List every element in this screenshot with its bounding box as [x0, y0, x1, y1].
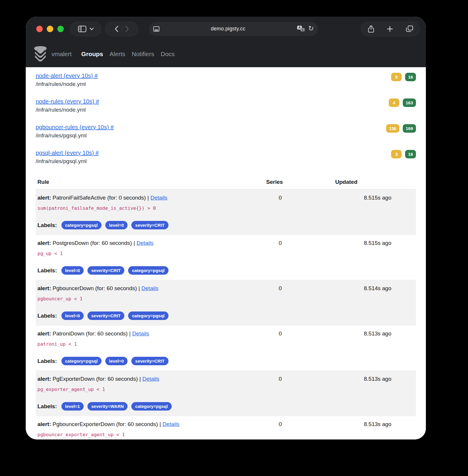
rule-expression: pgbouncer_up < 1: [37, 296, 248, 302]
warning-count-badge: 4: [389, 98, 399, 107]
group-file-path: /infra/rules/pgsql.yml: [36, 132, 114, 139]
new-tab-icon[interactable]: [387, 26, 393, 32]
warning-count-badge: 136: [386, 124, 399, 133]
label-pill: category=pgsql: [131, 402, 171, 411]
updated-ago: 8.515s ago: [312, 194, 414, 229]
details-link[interactable]: Details: [162, 421, 179, 427]
rule-expression: patroni_up < 1: [37, 341, 248, 347]
table-row: alert: PostgresDown (for: 60 seconds) | …: [36, 235, 416, 280]
rule-group: pgbouncer-rules (every 10s) # /infra/rul…: [36, 124, 416, 139]
series-count: 0: [248, 375, 312, 411]
url-text[interactable]: demo.pigsty.cc: [160, 26, 297, 32]
rule-group: node-alert (every 10s) # /infra/rules/no…: [36, 72, 416, 87]
updated-ago: 8.514s ago: [312, 285, 414, 320]
browser-toolbar: demo.pigsty.cc A x ↻: [26, 17, 426, 41]
group-link[interactable]: pgsql-alert (every 10s) #: [36, 150, 99, 156]
browser-window: demo.pigsty.cc A x ↻: [26, 17, 426, 439]
alert-keyword: alert:: [37, 421, 51, 427]
series-count: 0: [248, 285, 312, 320]
details-link[interactable]: Details: [137, 240, 154, 246]
labels-row: Labels: category=pgsqllevel=0severity=CR…: [37, 221, 248, 229]
warning-count-badge: 5: [391, 73, 402, 81]
rule-group: pgsql-alert (every 10s) # /infra/rules/p…: [36, 150, 416, 165]
zoom-window-button[interactable]: [57, 26, 64, 32]
label-pill: category=pgsql: [128, 311, 168, 320]
series-count: 0: [248, 420, 312, 437]
alert-name: PostgresDown (for: 60 seconds) |: [53, 240, 135, 246]
chevron-down-icon: [90, 27, 94, 30]
label-pill: category=pgsql: [61, 221, 101, 229]
table-row: alert: PgExporterDown (for: 60 seconds) …: [36, 371, 416, 416]
tab-overview-icon[interactable]: [406, 25, 413, 32]
table-row: alert: PgbouncerDown (for: 60 seconds) |…: [36, 280, 416, 326]
forward-button[interactable]: [125, 25, 129, 32]
header-updated: Updated: [331, 179, 414, 185]
address-bar[interactable]: demo.pigsty.cc A x ↻: [149, 22, 318, 36]
victoriametrics-logo-icon[interactable]: [33, 46, 47, 62]
series-count: 0: [248, 194, 312, 229]
series-count: 0: [248, 239, 312, 275]
alert-title: alert: PatroniDown (for: 60 seconds) | D…: [37, 330, 248, 337]
share-icon[interactable]: [368, 25, 374, 33]
app-brand: vmalert: [51, 51, 72, 58]
label-pill: category=pgsql: [128, 266, 168, 275]
divider: [122, 25, 122, 33]
details-link[interactable]: Details: [150, 195, 167, 201]
nav-item-alerts[interactable]: Alerts: [110, 51, 125, 58]
nav-item-groups[interactable]: Groups: [81, 51, 103, 58]
nav-item-docs[interactable]: Docs: [161, 51, 175, 58]
labels-row: Labels: level=1severity=WARNcategory=pgs…: [37, 402, 248, 411]
alert-title: alert: PgExporterDown (for: 60 seconds) …: [37, 375, 248, 383]
label-pill: level=0: [61, 311, 84, 320]
warning-count-badge: 3: [391, 150, 402, 158]
nav-item-notifiers[interactable]: Notifiers: [132, 51, 154, 58]
table-row: alert: PatroniFailSafeActive (for: 0 sec…: [36, 190, 416, 235]
rule-group: node-rules (every 10s) # /infra/rules/no…: [36, 98, 416, 113]
header-series: Series: [266, 179, 331, 185]
details-link[interactable]: Details: [142, 285, 159, 291]
alert-name: PgbouncerDown (for: 60 seconds) |: [53, 285, 140, 291]
label-pill: severity=CRIT: [131, 221, 168, 229]
alert-name: PatroniDown (for: 60 seconds) |: [53, 330, 131, 337]
alert-keyword: alert:: [37, 195, 51, 201]
labels-caption: Labels:: [37, 313, 57, 319]
updated-ago: 8.513s ago: [312, 375, 414, 411]
alert-title: alert: PgbouncerDown (for: 60 seconds) |…: [37, 285, 248, 292]
rule-groups-list: node-alert (every 10s) # /infra/rules/no…: [36, 72, 416, 165]
alert-title: alert: PostgresDown (for: 60 seconds) | …: [37, 239, 248, 247]
group-badges: 136 169: [386, 124, 416, 133]
group-file-path: /infra/rules/node.yml: [36, 81, 98, 87]
group-file-path: /infra/rules/node.yml: [36, 107, 99, 113]
back-button[interactable]: [114, 25, 119, 32]
ok-count-badge: 16: [405, 150, 416, 158]
ok-count-badge: 169: [403, 124, 416, 133]
reload-icon[interactable]: ↻: [308, 25, 314, 32]
updated-ago: 8.515s ago: [312, 239, 414, 275]
sidebar-toggle-button[interactable]: [70, 22, 101, 36]
group-link[interactable]: node-alert (every 10s) #: [36, 72, 98, 79]
close-window-button[interactable]: [36, 26, 43, 32]
details-link[interactable]: Details: [142, 376, 159, 382]
group-badges: 5 16: [391, 72, 416, 81]
label-pill: severity=WARN: [87, 402, 128, 411]
rule-expression: pgbouncer_exporter_agent_up < 1: [37, 432, 248, 437]
label-pill: severity=CRIT: [87, 311, 124, 320]
table-row: alert: PatroniDown (for: 60 seconds) | D…: [36, 326, 416, 371]
group-link[interactable]: pgbouncer-rules (every 10s) #: [36, 124, 114, 131]
alert-title: alert: PgbouncerExporterDown (for: 60 se…: [37, 420, 248, 428]
sidebar-icon: [78, 25, 87, 32]
alert-name: PgExporterDown (for: 60 seconds) |: [53, 376, 141, 382]
labels-row: Labels: level=0severity=CRITcategory=pgs…: [37, 311, 248, 320]
rule-expression: pg_up < 1: [37, 251, 248, 256]
rules-table-header: Rule Series Updated: [36, 175, 416, 190]
rule-expression: pg_exporter_agent_up < 1: [37, 387, 248, 392]
group-link[interactable]: node-rules (every 10s) #: [36, 98, 99, 105]
minimize-window-button[interactable]: [47, 26, 53, 32]
details-link[interactable]: Details: [132, 330, 149, 337]
alert-keyword: alert:: [37, 376, 51, 382]
translate-icon[interactable]: A x: [297, 25, 305, 32]
alert-title: alert: PatroniFailSafeActive (for: 0 sec…: [37, 194, 248, 202]
rules-table-body: alert: PatroniFailSafeActive (for: 0 sec…: [36, 190, 416, 439]
alert-name: PatroniFailSafeActive (for: 0 seconds) |: [53, 195, 149, 201]
page-format-icon[interactable]: [153, 26, 160, 32]
